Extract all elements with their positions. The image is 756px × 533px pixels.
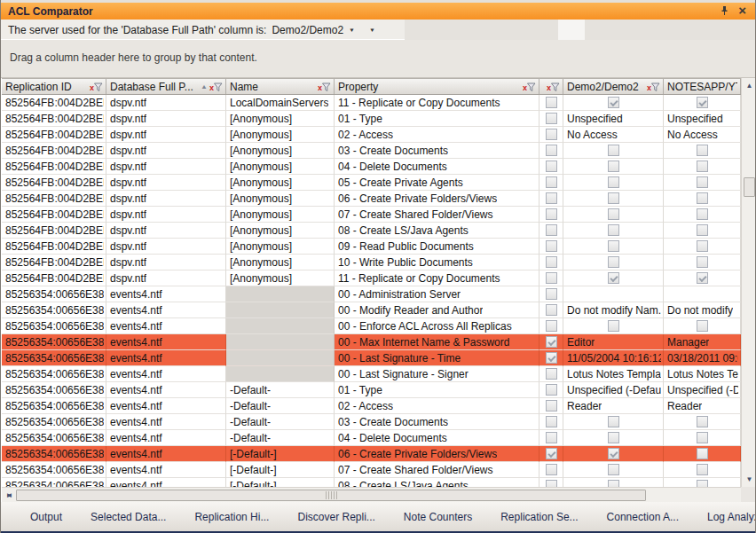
close-icon[interactable]: × <box>738 4 746 17</box>
cell-s1[interactable]: Lotus Notes Templa... <box>563 366 664 382</box>
table-row[interactable]: 852564FB:004D2BEBdspv.ntf[Anonymous]07 -… <box>2 207 741 223</box>
cell-s2[interactable] <box>664 223 741 239</box>
checkbox-unchecked[interactable] <box>546 161 557 172</box>
checkbox-unchecked[interactable] <box>697 161 708 172</box>
column-header-db[interactable]: Database Full P...▲x <box>106 79 226 94</box>
checkbox-unchecked[interactable] <box>608 320 619 332</box>
cell-name[interactable]: -Default- <box>226 382 335 398</box>
cell-id[interactable]: 852564FB:004D2BEB <box>2 255 106 270</box>
checkbox-unchecked[interactable] <box>608 192 619 204</box>
checkbox-checked[interactable] <box>546 448 557 459</box>
table-row[interactable]: 85256354:00656E38events4.ntf[-Default-]0… <box>2 478 741 487</box>
cell-db[interactable]: events4.ntf <box>106 478 226 487</box>
cell-name[interactable]: [Anonymous] <box>226 143 335 159</box>
group-by-panel[interactable]: Drag a column header here to group by th… <box>1 40 755 78</box>
cell-name[interactable]: [-Default-] <box>226 462 335 478</box>
cell-db[interactable]: dspv.ntf <box>106 143 226 159</box>
cell-db[interactable]: dspv.ntf <box>106 239 226 255</box>
cell-prop[interactable]: 02 - Access <box>335 398 539 414</box>
cell-s2[interactable] <box>664 143 741 159</box>
checkbox-unchecked[interactable] <box>697 208 708 220</box>
cell-db[interactable]: dspv.ntf <box>106 127 226 143</box>
cell-name[interactable] <box>226 302 335 318</box>
table-row[interactable]: 85256354:00656E38events4.ntf00 - Modify … <box>2 302 741 318</box>
cell-diff[interactable] <box>539 239 563 255</box>
cell-db[interactable]: events4.ntf <box>106 286 226 302</box>
filter-icon[interactable]: x <box>209 82 223 92</box>
checkbox-unchecked[interactable] <box>608 256 619 268</box>
cell-id[interactable]: 85256354:00656E38 <box>2 334 106 350</box>
checkbox-checked[interactable] <box>608 448 619 459</box>
filter-icon[interactable]: x <box>647 82 660 92</box>
pin-icon[interactable] <box>720 5 729 16</box>
cell-id[interactable]: 852564FB:004D2BEB <box>2 191 106 207</box>
cell-s2[interactable] <box>664 446 741 462</box>
cell-s1[interactable]: No Access <box>563 127 664 143</box>
cell-name[interactable] <box>226 318 335 334</box>
cell-s2[interactable] <box>664 207 741 223</box>
cell-id[interactable]: 852564FB:004D2BEB <box>2 143 106 159</box>
cell-s2[interactable] <box>664 270 741 286</box>
checkbox-unchecked[interactable] <box>608 176 619 188</box>
cell-s1[interactable] <box>563 318 664 334</box>
cell-id[interactable]: 85256354:00656E38 <box>2 430 106 446</box>
cell-s2[interactable] <box>664 462 741 478</box>
table-row[interactable]: 85256354:00656E38events4.ntf00 - Last Si… <box>2 350 741 366</box>
cell-id[interactable]: 852564FB:004D2BEB <box>2 127 106 143</box>
cell-prop[interactable]: 00 - Last Signature - Signer <box>335 366 539 382</box>
cell-db[interactable]: events4.ntf <box>106 430 226 446</box>
cell-db[interactable]: dspv.ntf <box>106 111 226 127</box>
cell-prop[interactable]: 07 - Create Shared Folder/Views <box>335 207 539 223</box>
cell-prop[interactable]: 00 - Max Internet Name & Password <box>335 334 539 350</box>
cell-name[interactable]: [Anonymous] <box>226 111 335 127</box>
checkbox-unchecked[interactable] <box>546 464 557 475</box>
checkbox-unchecked[interactable] <box>608 208 619 220</box>
cell-diff[interactable] <box>539 318 563 334</box>
cell-db[interactable]: dspv.ntf <box>106 207 226 223</box>
cell-id[interactable]: 852564FB:004D2BEB <box>2 175 106 191</box>
cell-diff[interactable] <box>539 350 563 366</box>
checkbox-unchecked[interactable] <box>546 304 557 316</box>
cell-name[interactable]: -Default- <box>226 414 335 430</box>
scroll-right-icon[interactable]: ► <box>2 488 17 503</box>
checkbox-unchecked[interactable] <box>546 240 557 252</box>
cell-prop[interactable]: 04 - Delete Documents <box>335 159 539 175</box>
checkbox-checked[interactable] <box>608 272 619 284</box>
checkbox-unchecked[interactable] <box>697 480 708 487</box>
cell-id[interactable]: 85256354:00656E38 <box>2 366 106 382</box>
cell-s1[interactable] <box>563 270 664 286</box>
cell-diff[interactable] <box>539 334 563 350</box>
cell-diff[interactable] <box>539 446 563 462</box>
checkbox-unchecked[interactable] <box>697 464 708 475</box>
cell-db[interactable]: events4.ntf <box>106 382 226 398</box>
filter-icon[interactable]: x <box>318 82 331 92</box>
cell-name[interactable]: -Default- <box>226 398 335 414</box>
cell-db[interactable]: dspv.ntf <box>106 175 226 191</box>
cell-name[interactable]: [Anonymous] <box>226 191 335 207</box>
cell-id[interactable]: 85256354:00656E38 <box>2 398 106 414</box>
checkbox-unchecked[interactable] <box>608 480 619 487</box>
cell-s2[interactable]: No Access <box>664 127 741 143</box>
cell-id[interactable]: 852564FB:004D2BEB <box>2 207 106 223</box>
cell-diff[interactable] <box>539 286 563 302</box>
cell-diff[interactable] <box>539 366 563 382</box>
horizontal-scrollbar-thumb[interactable] <box>16 490 646 501</box>
checkbox-unchecked[interactable] <box>546 192 557 204</box>
filter-icon[interactable]: x <box>547 82 560 92</box>
cell-s2[interactable] <box>664 414 741 430</box>
checkbox-unchecked[interactable] <box>546 145 557 156</box>
checkbox-checked[interactable] <box>546 336 557 348</box>
cell-name[interactable] <box>226 350 335 366</box>
cell-id[interactable]: 852564FB:004D2BEB <box>2 111 106 127</box>
tab-replication-se[interactable]: Replication Se... <box>487 507 591 527</box>
cell-s2[interactable] <box>664 255 741 270</box>
cell-name[interactable]: LocalDomainServers <box>226 95 335 111</box>
checkbox-checked[interactable] <box>697 272 708 284</box>
cell-name[interactable]: -Default- <box>226 430 335 446</box>
cell-id[interactable]: 852564FB:004D2BEB <box>2 223 106 239</box>
cell-prop[interactable]: 08 - Create LS/Java Agents <box>335 223 539 239</box>
cell-prop[interactable]: 01 - Type <box>335 382 539 398</box>
cell-s1[interactable] <box>563 223 664 239</box>
cell-s1[interactable]: 11/05/2004 10:16:12 ... <box>563 350 664 366</box>
cell-s2[interactable]: Do not modify <box>664 302 741 318</box>
